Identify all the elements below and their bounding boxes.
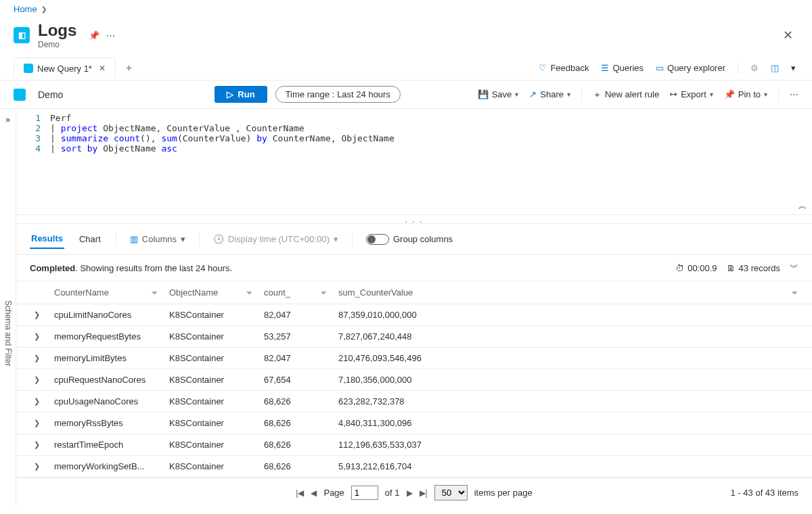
last-page-icon[interactable]: ▶| bbox=[420, 488, 428, 498]
collapse-icon[interactable]: ︾ bbox=[790, 262, 798, 274]
cell-sum: 7,827,067,240,448 bbox=[333, 331, 804, 342]
filter-icon[interactable]: ⏷ bbox=[320, 289, 328, 297]
settings-icon[interactable]: ⚙ bbox=[750, 63, 759, 73]
page-size-select[interactable]: 50 bbox=[434, 485, 468, 500]
query-editor[interactable]: 1Perf 2| project ObjectName, CounterValu… bbox=[16, 109, 812, 214]
tab-close-icon[interactable]: ✕ bbox=[99, 64, 106, 73]
expand-row-icon[interactable]: ❯ bbox=[34, 375, 40, 384]
pager: |◀ ◀ Page of 1 ▶ ▶| 50 items per page 1 … bbox=[16, 477, 812, 507]
add-tab-button[interactable]: ＋ bbox=[116, 56, 142, 80]
chevron-down-icon: ▾ bbox=[764, 91, 767, 98]
scroll-top-icon[interactable]: ︽ bbox=[798, 200, 807, 212]
tab-chart[interactable]: Chart bbox=[78, 230, 102, 248]
table-row[interactable]: ❯cpuUsageNanoCoresK8SContainer68,626623,… bbox=[16, 391, 812, 413]
breadcrumb-home[interactable]: Home bbox=[14, 4, 37, 14]
table-row[interactable]: ❯memoryRequestBytesK8SContainer53,2577,8… bbox=[16, 326, 812, 348]
col-header-objectname[interactable]: ObjectName⏷ bbox=[164, 287, 258, 298]
time-range-picker[interactable]: Time range : Last 24 hours bbox=[275, 86, 401, 103]
more-icon[interactable]: ⋯ bbox=[790, 89, 798, 99]
save-button[interactable]: 💾 Save ▾ bbox=[478, 89, 519, 99]
expand-row-icon[interactable]: ❯ bbox=[34, 332, 40, 341]
results-toolbar: Results Chart ▥ Columns ▾ 🕓 Display time… bbox=[16, 224, 812, 255]
share-button[interactable]: ↗ Share ▾ bbox=[529, 89, 570, 99]
col-header-countername[interactable]: CounterName⏷ bbox=[49, 287, 164, 298]
prev-page-icon[interactable]: ◀ bbox=[311, 488, 317, 498]
close-icon[interactable]: ✕ bbox=[777, 28, 798, 43]
first-page-icon[interactable]: |◀ bbox=[296, 488, 304, 498]
next-page-icon[interactable]: ▶ bbox=[407, 488, 413, 498]
expand-row-icon[interactable]: ❯ bbox=[34, 310, 40, 319]
filter-icon[interactable]: ⏷ bbox=[791, 289, 798, 297]
chevron-down-icon: ▾ bbox=[334, 234, 338, 244]
filter-icon[interactable]: ⏷ bbox=[151, 289, 158, 297]
columns-button[interactable]: ▥ Columns ▾ bbox=[130, 234, 185, 244]
separator bbox=[738, 62, 738, 74]
col-header-count[interactable]: count_⏷ bbox=[258, 287, 333, 298]
separator bbox=[778, 88, 779, 101]
display-time-button[interactable]: 🕓 Display time (UTC+00:00) ▾ bbox=[213, 234, 338, 244]
new-alert-button[interactable]: ＋ New alert rule bbox=[593, 89, 659, 101]
records-value: 43 records bbox=[739, 263, 780, 273]
feedback-button[interactable]: ♡ Feedback bbox=[539, 63, 589, 73]
more-icon[interactable]: ⋯ bbox=[106, 30, 115, 41]
pin-to-button[interactable]: 📌 Pin to ▾ bbox=[724, 89, 767, 99]
table-header: CounterName⏷ ObjectName⏷ count_⏷ sum_Cou… bbox=[16, 281, 812, 304]
table-row[interactable]: ❯cpuRequestNanoCoresK8SContainer67,6547,… bbox=[16, 369, 812, 391]
explorer-icon: ▭ bbox=[656, 63, 664, 73]
query-tab-icon bbox=[24, 64, 33, 73]
expand-row-icon[interactable]: ❯ bbox=[34, 462, 40, 471]
expand-row-icon[interactable]: ❯ bbox=[34, 354, 40, 363]
pager-range: 1 - 43 of 43 items bbox=[731, 488, 798, 498]
pin-icon[interactable]: 📌 bbox=[89, 30, 99, 41]
tab-results[interactable]: Results bbox=[30, 229, 64, 249]
records-icon: 🗎 bbox=[727, 263, 736, 273]
table-row[interactable]: ❯memoryRssBytesK8SContainer68,6264,840,3… bbox=[16, 413, 812, 434]
chevron-down-icon: ▾ bbox=[567, 91, 570, 98]
separator bbox=[581, 88, 582, 101]
status-bar: Completed. Showing results from the last… bbox=[16, 255, 812, 281]
col-header-sum[interactable]: sum_CounterValue⏷ bbox=[333, 287, 804, 298]
group-columns-toggle[interactable]: Group columns bbox=[366, 234, 453, 245]
expand-row-icon[interactable]: ❯ bbox=[34, 419, 40, 427]
plus-icon: ＋ bbox=[593, 89, 602, 101]
expand-row-icon[interactable]: ❯ bbox=[34, 440, 40, 449]
query-explorer-label: Query explorer bbox=[667, 63, 725, 73]
table-row[interactable]: ❯memoryLimitBytesK8SContainer82,047210,4… bbox=[16, 348, 812, 369]
export-button[interactable]: ↦ Export ▾ bbox=[670, 89, 713, 99]
queries-button[interactable]: ☰ Queries bbox=[601, 63, 644, 73]
export-icon: ↦ bbox=[670, 89, 677, 99]
table-row[interactable]: ❯restartTimeEpochK8SContainer68,626112,1… bbox=[16, 434, 812, 456]
scope-label[interactable]: Demo bbox=[38, 89, 63, 100]
cell-countername: memoryWorkingSetB... bbox=[49, 461, 164, 471]
cell-count: 82,047 bbox=[258, 310, 333, 320]
expand-row-icon[interactable]: ❯ bbox=[34, 397, 40, 406]
queries-icon: ☰ bbox=[601, 63, 609, 73]
queries-label: Queries bbox=[612, 63, 644, 73]
pin-to-label: Pin to bbox=[738, 89, 761, 99]
run-button[interactable]: ▷ Run bbox=[215, 86, 267, 103]
toggle-switch[interactable] bbox=[366, 234, 389, 245]
of-label: of 1 bbox=[385, 488, 400, 498]
cell-countername: cpuLimitNanoCores bbox=[49, 310, 164, 320]
table-row[interactable]: ❯memoryWorkingSetB...K8SContainer68,6265… bbox=[16, 456, 812, 477]
chevron-down-icon[interactable]: ▾ bbox=[791, 63, 796, 73]
share-label: Share bbox=[540, 89, 564, 99]
side-panel-label[interactable]: Schema and Filter bbox=[3, 300, 13, 366]
group-columns-label: Group columns bbox=[393, 234, 453, 244]
cell-sum: 4,840,311,300,096 bbox=[333, 418, 804, 428]
splitter-handle[interactable]: . . . bbox=[16, 214, 812, 224]
cell-objectname: K8SContainer bbox=[164, 461, 258, 471]
separator bbox=[199, 233, 200, 246]
query-explorer-button[interactable]: ▭ Query explorer bbox=[656, 63, 725, 73]
expand-panel-icon[interactable]: » bbox=[5, 114, 10, 124]
cell-count: 53,257 bbox=[258, 331, 333, 342]
cell-sum: 210,476,093,546,496 bbox=[333, 353, 804, 363]
page-number-input[interactable] bbox=[351, 486, 378, 500]
panel-icon[interactable]: ◫ bbox=[771, 63, 779, 73]
editor-line-4: | sort by ObjectName asc bbox=[50, 143, 177, 154]
filter-icon[interactable]: ⏷ bbox=[246, 289, 253, 297]
cell-objectname: K8SContainer bbox=[164, 353, 258, 363]
table-row[interactable]: ❯cpuLimitNanoCoresK8SContainer82,04787,3… bbox=[16, 304, 812, 326]
export-label: Export bbox=[681, 89, 706, 99]
tab-new-query-1[interactable]: New Query 1* ✕ bbox=[14, 57, 116, 79]
